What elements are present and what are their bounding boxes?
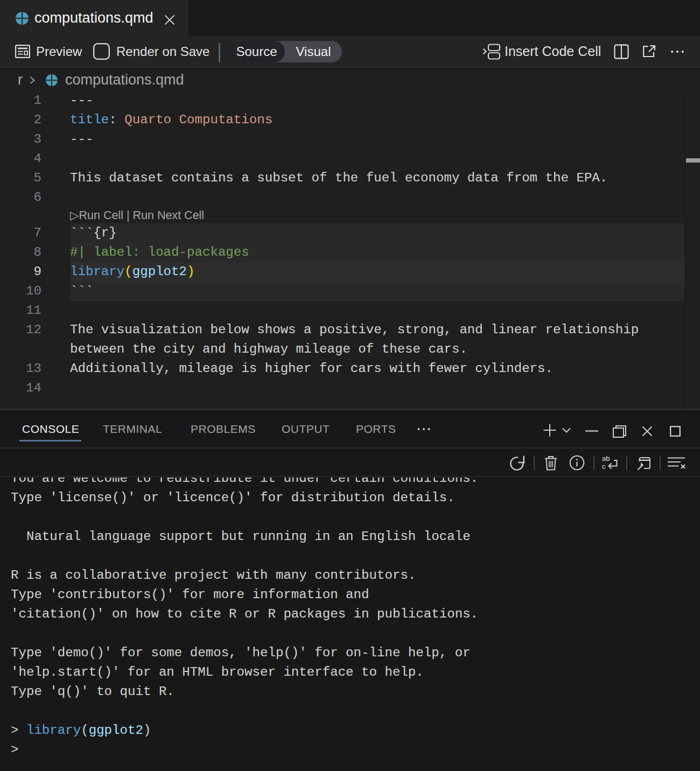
svg-text:c: c bbox=[602, 462, 606, 471]
svg-text:ab: ab bbox=[602, 455, 610, 462]
